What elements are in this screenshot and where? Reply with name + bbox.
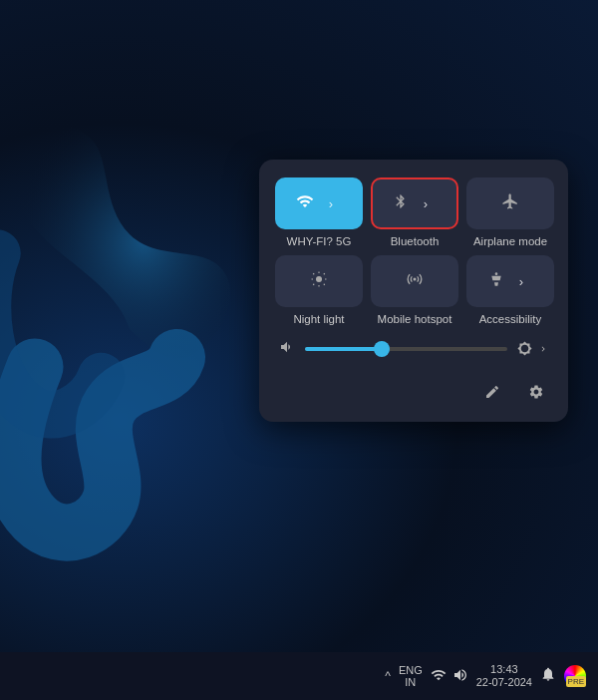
wifi-toggle-item: › WHY-FI? 5G [275,177,363,247]
system-tray-chevron[interactable]: ^ [385,669,391,683]
wifi-chevron-icon[interactable]: › [320,192,342,214]
accessibility-chevron-icon[interactable]: › [510,270,532,292]
lang-top: ENG [399,664,423,676]
language-indicator[interactable]: ENG IN [399,664,423,688]
panel-footer [275,372,552,408]
svg-point-0 [316,276,322,282]
mobile-hotspot-label: Mobile hotspot [378,313,452,325]
toggle-grid: › WHY-FI? 5G › Bluetooth [275,177,552,325]
volume-track [305,347,507,351]
night-light-toggle-button[interactable] [275,255,363,307]
time-display: 13:43 [490,663,518,676]
pre-badge: PRE [566,676,586,687]
taskbar-icons [431,667,468,686]
airplane-toggle-item: Airplane mode [466,177,554,247]
taskbar: ^ ENG IN 13:43 22-07-2024 [0,652,598,700]
wifi-label: WHY-FI? 5G [287,235,352,247]
datetime-display[interactable]: 13:43 22-07-2024 [476,663,532,689]
mobile-hotspot-toggle-item: Mobile hotspot [371,255,458,325]
bluetooth-toggle-item: › Bluetooth [371,177,458,247]
airplane-icon [501,192,519,215]
notification-bell-icon[interactable] [540,666,556,686]
edit-button[interactable] [476,376,508,408]
accessibility-toggle-item: › Accessibility [466,255,554,325]
volume-slider[interactable] [305,347,507,351]
night-light-toggle-item: Night light [275,255,363,325]
accessibility-label: Accessibility [479,313,542,325]
volume-row [275,339,552,358]
mobile-hotspot-icon [406,270,424,293]
quick-settings-panel: › WHY-FI? 5G › Bluetooth [259,160,568,422]
taskbar-wifi-icon[interactable] [431,667,447,686]
volume-icon [279,339,295,358]
taskbar-volume-icon[interactable] [452,667,468,686]
accessibility-toggle-button[interactable]: › [466,255,554,307]
bluetooth-icon [393,193,409,214]
night-light-icon [310,270,328,293]
mobile-hotspot-toggle-button[interactable] [371,255,458,307]
svg-point-1 [414,277,417,280]
bluetooth-chevron-icon[interactable]: › [415,192,437,214]
wifi-icon [296,192,314,215]
taskbar-right: ^ ENG IN 13:43 22-07-2024 [385,663,586,689]
brightness-icon [517,341,548,356]
date-display: 22-07-2024 [476,676,532,689]
color-badge-container: PRE [564,665,586,687]
bluetooth-toggle-button[interactable]: › [371,177,458,229]
wifi-toggle-button[interactable]: › [275,177,363,229]
night-light-label: Night light [293,313,344,325]
accessibility-icon [488,271,504,292]
airplane-label: Airplane mode [473,235,547,247]
volume-thumb[interactable] [374,341,390,357]
volume-fill [305,347,382,351]
svg-point-2 [495,272,498,275]
lang-bottom: IN [405,676,416,688]
airplane-toggle-button[interactable] [466,177,554,229]
settings-button[interactable] [520,376,552,408]
bluetooth-label: Bluetooth [391,235,440,247]
